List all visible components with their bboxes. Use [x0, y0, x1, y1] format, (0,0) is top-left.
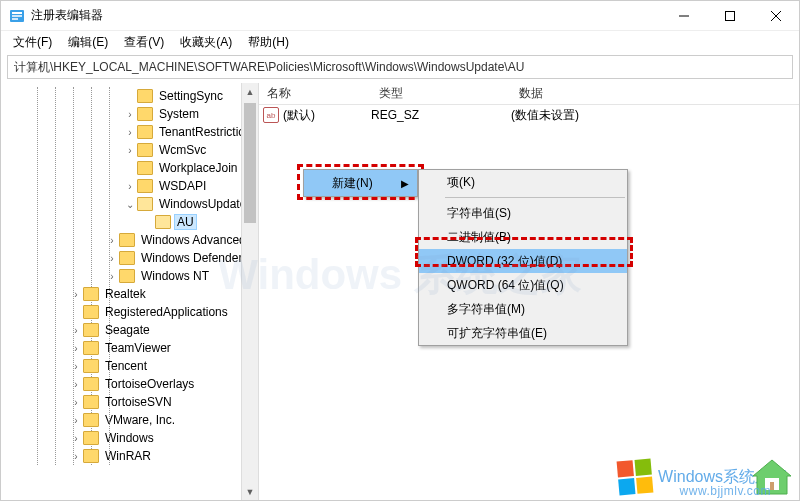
tree-item[interactable]: SettingSync [3, 87, 258, 105]
menu-new-binary[interactable]: 二进制值(B) [419, 225, 627, 249]
svg-rect-5 [726, 11, 735, 20]
folder-icon [83, 323, 99, 337]
menubar: 文件(F) 编辑(E) 查看(V) 收藏夹(A) 帮助(H) [1, 31, 799, 53]
tree-scrollbar[interactable]: ▲ ▼ [241, 83, 258, 500]
menu-file[interactable]: 文件(F) [7, 32, 58, 53]
folder-icon [137, 161, 153, 175]
menu-help[interactable]: 帮助(H) [242, 32, 295, 53]
folder-icon [155, 215, 171, 229]
folder-icon [83, 305, 99, 319]
folder-icon [83, 431, 99, 445]
address-text: 计算机\HKEY_LOCAL_MACHINE\SOFTWARE\Policies… [14, 59, 524, 76]
col-type[interactable]: 类型 [371, 85, 511, 102]
scroll-thumb[interactable] [244, 103, 256, 223]
maximize-button[interactable] [707, 1, 753, 31]
tree-item[interactable]: WorkplaceJoin [3, 159, 258, 177]
list-header: 名称 类型 数据 [259, 83, 799, 105]
menu-new-qword[interactable]: QWORD (64 位)值(Q) [419, 273, 627, 297]
tree-item[interactable]: ›TenantRestriction [3, 123, 258, 141]
menu-new-key[interactable]: 项(K) [419, 170, 627, 194]
svg-rect-1 [12, 12, 22, 14]
app-icon [9, 8, 25, 24]
tree-panel: SettingSync ›System ›TenantRestriction ›… [1, 83, 259, 500]
folder-icon [137, 125, 153, 139]
windows-logo-icon [617, 459, 654, 496]
folder-icon [83, 449, 99, 463]
scroll-down-icon[interactable]: ▼ [242, 483, 258, 500]
window-title: 注册表编辑器 [31, 7, 661, 24]
submenu-arrow-icon: ▶ [401, 178, 409, 189]
folder-icon [119, 233, 135, 247]
menu-new-string[interactable]: 字符串值(S) [419, 201, 627, 225]
collapse-icon[interactable]: ⌄ [123, 199, 137, 210]
menu-edit[interactable]: 编辑(E) [62, 32, 114, 53]
close-button[interactable] [753, 1, 799, 31]
value-type: REG_SZ [371, 108, 511, 122]
folder-icon [137, 179, 153, 193]
tree-item[interactable]: ›Windows Defender [3, 249, 258, 267]
menu-separator [445, 197, 625, 198]
menu-view[interactable]: 查看(V) [118, 32, 170, 53]
tree-item[interactable]: ›Tencent [3, 357, 258, 375]
context-submenu: 项(K) 字符串值(S) 二进制值(B) DWORD (32 位)值(D) QW… [418, 169, 628, 346]
folder-icon [83, 359, 99, 373]
svg-rect-3 [12, 18, 18, 20]
tree-item-selected[interactable]: AU [3, 213, 258, 231]
tree-item[interactable]: ›Windows [3, 429, 258, 447]
watermark-url: www.bjjmlv.com [680, 484, 771, 498]
menu-new-multistring[interactable]: 多字符串值(M) [419, 297, 627, 321]
col-name[interactable]: 名称 [259, 85, 371, 102]
minimize-button[interactable] [661, 1, 707, 31]
menu-new-dword[interactable]: DWORD (32 位)值(D) [419, 249, 627, 273]
address-bar[interactable]: 计算机\HKEY_LOCAL_MACHINE\SOFTWARE\Policies… [7, 55, 793, 79]
svg-rect-2 [12, 15, 22, 17]
tree-item[interactable]: ›Realtek [3, 285, 258, 303]
tree-item[interactable]: ›VMware, Inc. [3, 411, 258, 429]
tree-item[interactable]: RegisteredApplications [3, 303, 258, 321]
scroll-up-icon[interactable]: ▲ [242, 83, 258, 100]
folder-icon [137, 107, 153, 121]
menu-new-expandstring[interactable]: 可扩充字符串值(E) [419, 321, 627, 345]
folder-icon [83, 395, 99, 409]
window-buttons [661, 1, 799, 31]
tree-item[interactable]: ›TeamViewer [3, 339, 258, 357]
titlebar: 注册表编辑器 [1, 1, 799, 31]
tree-item[interactable]: ›WSDAPI [3, 177, 258, 195]
tree-item[interactable]: ›WinRAR [3, 447, 258, 465]
value-data: (数值未设置) [511, 107, 799, 124]
tree-item[interactable]: ›Seagate [3, 321, 258, 339]
value-name: (默认) [283, 107, 371, 124]
folder-icon [83, 377, 99, 391]
tree-item[interactable]: ›WcmSvc [3, 141, 258, 159]
string-value-icon: ab [263, 107, 279, 123]
value-row[interactable]: ab (默认) REG_SZ (数值未设置) [259, 105, 799, 125]
menu-fav[interactable]: 收藏夹(A) [174, 32, 238, 53]
tree-item[interactable]: ›System [3, 105, 258, 123]
tree-item[interactable]: ›TortoiseOverlays [3, 375, 258, 393]
tree-item[interactable]: ›Windows NT [3, 267, 258, 285]
folder-icon [137, 197, 153, 211]
context-menu: 新建(N) ▶ [303, 169, 418, 197]
menu-new[interactable]: 新建(N) ▶ [304, 170, 417, 196]
folder-icon [137, 143, 153, 157]
folder-icon [83, 341, 99, 355]
folder-icon [119, 269, 135, 283]
tree-item[interactable]: ⌄WindowsUpdate [3, 195, 258, 213]
tree-item[interactable]: ›Windows Advanced [3, 231, 258, 249]
col-data[interactable]: 数据 [511, 85, 799, 102]
folder-icon [137, 89, 153, 103]
tree-item[interactable]: ›TortoiseSVN [3, 393, 258, 411]
folder-icon [83, 413, 99, 427]
folder-icon [119, 251, 135, 265]
folder-icon [83, 287, 99, 301]
